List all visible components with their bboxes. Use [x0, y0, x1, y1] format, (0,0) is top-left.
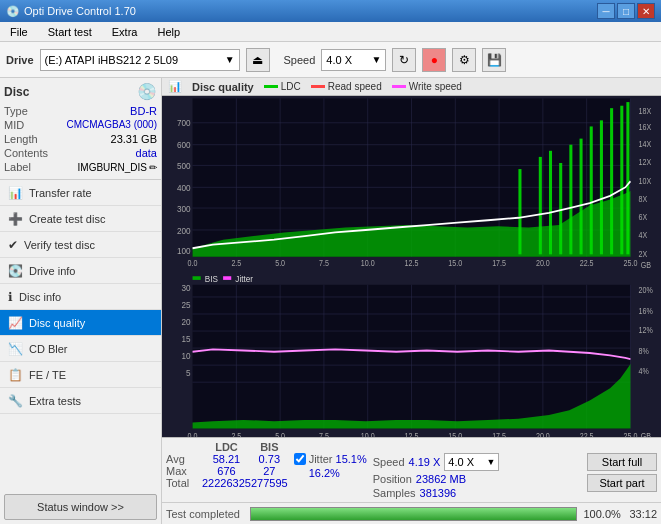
maximize-button[interactable]: □ [617, 3, 635, 19]
position-row: Position 23862 MB [373, 473, 500, 485]
disc-info-icon: ℹ [8, 290, 13, 304]
stats-table: LDC BIS Avg 58.21 0.73 Max 676 27 Total … [166, 441, 288, 489]
svg-text:20.0: 20.0 [536, 432, 550, 437]
stats-row-max-label: Max [166, 465, 202, 477]
position-label: Position [373, 473, 412, 485]
settings-button[interactable]: ⚙ [452, 48, 476, 72]
sidebar-item-disc-info[interactable]: ℹ Disc info [0, 284, 161, 310]
disc-quality-icon: 📈 [8, 316, 23, 330]
svg-text:14X: 14X [639, 140, 652, 150]
transfer-rate-icon: 📊 [8, 186, 23, 200]
svg-text:25.0: 25.0 [624, 432, 638, 437]
legend-ldc-color [264, 85, 278, 88]
menu-help[interactable]: Help [151, 25, 186, 39]
status-window-button[interactable]: Status window >> [4, 494, 157, 520]
svg-text:10.0: 10.0 [361, 432, 375, 437]
jitter-checkbox[interactable] [294, 453, 306, 465]
main-content: Disc 💿 Type BD-R MID CMCMAGBA3 (000) Len… [0, 78, 661, 524]
svg-text:16%: 16% [639, 306, 653, 316]
type-label: Type [4, 105, 28, 117]
svg-text:12X: 12X [639, 158, 652, 168]
sidebar-item-verify-test-disc[interactable]: ✔ Verify test disc [0, 232, 161, 258]
svg-text:12.5: 12.5 [405, 259, 419, 269]
menu-extra[interactable]: Extra [106, 25, 144, 39]
svg-text:15: 15 [181, 333, 190, 344]
burn-button[interactable]: ● [422, 48, 446, 72]
save-button[interactable]: 💾 [482, 48, 506, 72]
label-value: IMGBURN_DIS [78, 162, 147, 173]
svg-text:500: 500 [177, 160, 191, 171]
svg-rect-24 [600, 120, 603, 254]
stats-row-avg-label: Avg [166, 453, 202, 465]
type-value: BD-R [130, 105, 157, 117]
length-value: 23.31 GB [111, 133, 157, 145]
sidebar-item-cd-bler[interactable]: 📉 CD Bler [0, 336, 161, 362]
speed-dropdown[interactable]: 4.0 X ▼ [444, 453, 499, 471]
stats-bar: LDC BIS Avg 58.21 0.73 Max 676 27 Total … [162, 437, 661, 502]
sidebar-item-fe-te[interactable]: 📋 FE / TE [0, 362, 161, 388]
app-title: Opti Drive Control 1.70 [24, 5, 136, 17]
svg-rect-17 [518, 169, 521, 254]
legend-read-speed: Read speed [311, 81, 382, 92]
speed-stat-label: Speed [373, 456, 405, 468]
close-button[interactable]: ✕ [637, 3, 655, 19]
sidebar-item-extra-tests[interactable]: 🔧 Extra tests [0, 388, 161, 414]
svg-text:200: 200 [177, 225, 191, 236]
svg-text:10: 10 [181, 350, 190, 361]
title-bar: 💿 Opti Drive Control 1.70 ─ □ ✕ [0, 0, 661, 22]
svg-text:17.5: 17.5 [492, 432, 506, 437]
drive-selector[interactable]: (E:) ATAPI iHBS212 2 5L09 ▼ [40, 49, 240, 71]
svg-text:5: 5 [186, 367, 191, 378]
speed-selector[interactable]: 4.0 X ▼ [321, 49, 386, 71]
svg-text:Jitter: Jitter [235, 274, 253, 285]
samples-row: Samples 381396 [373, 487, 500, 499]
nav-items: 📊 Transfer rate ➕ Create test disc ✔ Ver… [0, 180, 161, 490]
svg-text:18X: 18X [639, 107, 652, 117]
menu-start-test[interactable]: Start test [42, 25, 98, 39]
stats-avg-bis: 0.73 [251, 453, 288, 465]
jitter-section: Jitter 15.1% 16.2% [294, 453, 367, 479]
svg-text:8%: 8% [639, 347, 649, 357]
sidebar-item-transfer-rate[interactable]: 📊 Transfer rate [0, 180, 161, 206]
svg-rect-27 [626, 102, 629, 254]
sidebar-item-drive-info[interactable]: 💽 Drive info [0, 258, 161, 284]
progress-bar-inner [251, 508, 576, 520]
app-icon: 💿 [6, 5, 20, 18]
progress-bar-container: Test completed 100.0% 33:12 [162, 502, 661, 524]
eject-button[interactable]: ⏏ [246, 48, 270, 72]
jitter-label: Jitter [309, 453, 333, 465]
svg-text:BIS: BIS [205, 274, 218, 285]
refresh-button[interactable]: ↻ [392, 48, 416, 72]
svg-text:5.0: 5.0 [275, 432, 285, 437]
toolbar: Drive (E:) ATAPI iHBS212 2 5L09 ▼ ⏏ Spee… [0, 42, 661, 78]
legend-read-speed-color [311, 85, 325, 88]
action-buttons: Start full Start part [587, 453, 657, 492]
extra-tests-icon: 🔧 [8, 394, 23, 408]
position-value: 23862 MB [416, 473, 466, 485]
speed-stat-value: 4.19 X [409, 456, 441, 468]
start-part-button[interactable]: Start part [587, 474, 657, 492]
svg-text:20.0: 20.0 [536, 259, 550, 269]
menu-file[interactable]: File [4, 25, 34, 39]
cd-bler-icon: 📉 [8, 342, 23, 356]
svg-text:7.5: 7.5 [319, 259, 329, 269]
sidebar-item-create-test-disc[interactable]: ➕ Create test disc [0, 206, 161, 232]
minimize-button[interactable]: ─ [597, 3, 615, 19]
verify-disc-icon: ✔ [8, 238, 18, 252]
stats-total-bis: 277595 [251, 477, 288, 489]
label-edit-icon[interactable]: ✏ [149, 162, 157, 173]
svg-text:5.0: 5.0 [275, 259, 285, 269]
sidebar-item-disc-quality[interactable]: 📈 Disc quality [0, 310, 161, 336]
start-full-button[interactable]: Start full [587, 453, 657, 471]
disc-icon: 💿 [137, 82, 157, 101]
progress-percent: 100.0% [583, 508, 623, 520]
svg-text:4%: 4% [639, 366, 649, 376]
svg-rect-58 [223, 276, 231, 280]
speed-section: Speed 4.19 X 4.0 X ▼ Position 23862 MB S… [373, 453, 500, 499]
disc-section-title: Disc [4, 85, 29, 99]
stats-max-bis: 27 [251, 465, 288, 477]
svg-text:10X: 10X [639, 176, 652, 186]
svg-rect-23 [590, 126, 593, 254]
svg-text:2.5: 2.5 [231, 259, 241, 269]
svg-text:22.5: 22.5 [580, 259, 594, 269]
